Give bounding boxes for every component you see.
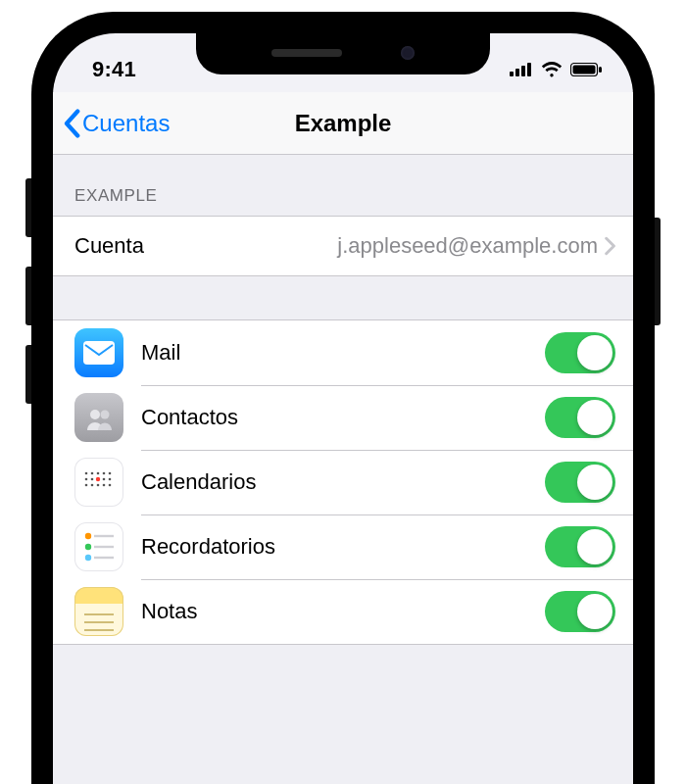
svg-rect-3 [527,63,531,76]
svg-point-19 [85,484,88,487]
svg-point-12 [97,472,100,475]
svg-point-22 [103,484,106,487]
content: Example Cuenta j.appleseed@example.com M… [53,155,633,784]
service-label: Calendarios [141,469,545,495]
cellular-icon [510,63,533,76]
notes-toggle[interactable] [545,591,615,632]
svg-point-18 [109,478,112,481]
battery-icon [570,63,602,76]
service-label: Contactos [141,405,545,430]
account-group: Cuenta j.appleseed@example.com [53,216,633,276]
mail-toggle[interactable] [545,332,615,373]
svg-point-9 [101,411,110,419]
svg-point-14 [109,472,112,475]
contacts-icon [74,393,123,442]
svg-point-11 [91,472,94,475]
svg-rect-2 [521,66,525,76]
services-group: Mail Contactos Calendarios [53,319,633,645]
account-value: j.appleseed@example.com [144,233,598,259]
svg-point-23 [109,484,112,487]
service-row-reminders: Recordatorios [53,514,633,579]
svg-rect-0 [510,72,514,76]
svg-point-29 [85,555,91,561]
svg-point-10 [85,472,88,475]
calendar-toggle[interactable] [545,462,615,503]
back-button[interactable]: Cuentas [53,109,170,138]
svg-rect-6 [599,67,602,73]
reminders-toggle[interactable] [545,526,615,567]
svg-point-21 [97,484,100,487]
svg-point-25 [85,533,91,539]
svg-point-27 [85,544,91,550]
svg-point-20 [91,484,94,487]
service-row-mail: Mail [53,320,633,385]
service-label: Mail [141,340,545,366]
chevron-right-icon [604,236,615,256]
notch [196,33,490,74]
mail-icon [74,328,123,377]
section-gap [53,276,633,319]
service-row-calendar: Calendarios [53,450,633,514]
svg-point-15 [85,478,88,481]
section-header: Example [53,155,633,216]
service-label: Recordatorios [141,534,545,560]
status-indicators [510,62,602,77]
status-time: 9:41 [92,57,136,82]
svg-rect-7 [83,341,115,365]
svg-point-24 [96,477,100,481]
svg-point-16 [91,478,94,481]
contacts-toggle[interactable] [545,397,615,438]
screen: 9:41 Cuentas Example Example Cuenta j.ap… [53,33,633,784]
phone-frame: 9:41 Cuentas Example Example Cuenta j.ap… [31,12,655,784]
wifi-icon [541,62,563,77]
notes-icon [74,587,123,636]
svg-rect-1 [515,69,519,76]
service-row-notes: Notas [53,579,633,644]
svg-point-13 [103,472,106,475]
svg-point-8 [90,410,100,419]
chevron-left-icon [63,109,80,138]
front-camera [401,46,415,60]
svg-point-17 [103,478,106,481]
calendar-icon [74,458,123,507]
service-label: Notas [141,599,545,624]
navigation-bar: Cuentas Example [53,92,633,155]
back-label: Cuentas [82,110,170,137]
account-label: Cuenta [74,233,144,259]
reminders-icon [74,522,123,571]
svg-rect-5 [573,66,596,74]
account-row[interactable]: Cuenta j.appleseed@example.com [53,217,633,275]
service-row-contacts: Contactos [53,385,633,450]
speaker-grille [271,49,342,57]
